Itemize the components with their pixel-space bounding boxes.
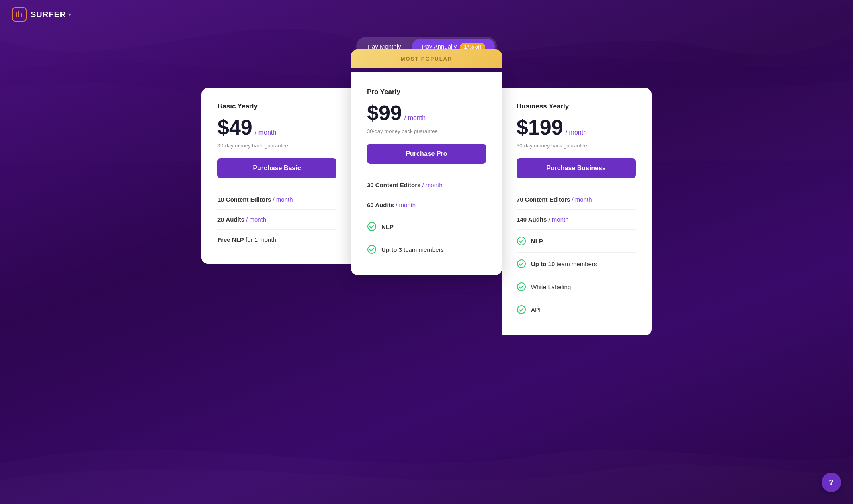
pro-team-feature: Up to 3 team members bbox=[367, 238, 486, 261]
svg-point-4 bbox=[368, 245, 376, 253]
basic-nlp-feature: Free NLP for 1 month bbox=[217, 229, 336, 249]
business-nlp-text: NLP bbox=[531, 238, 543, 245]
svg-rect-2 bbox=[21, 13, 22, 17]
business-whitelabel-text: White Labeling bbox=[531, 284, 571, 290]
basic-plan-name: Basic Yearly bbox=[217, 102, 336, 110]
business-nlp-feature: NLP bbox=[517, 229, 636, 252]
business-team-check-icon bbox=[517, 259, 526, 269]
business-nlp-check-icon bbox=[517, 236, 526, 246]
svg-point-7 bbox=[517, 283, 525, 291]
basic-price: $49 bbox=[217, 115, 252, 139]
basic-guarantee: 30-day money back guarantee bbox=[217, 143, 336, 149]
pro-team-text: Up to 3 team members bbox=[381, 246, 444, 253]
basic-editors-count: 10 Content Editors bbox=[217, 196, 271, 203]
pro-banner: MOST POPULAR bbox=[351, 49, 502, 68]
business-api-text: API bbox=[531, 306, 541, 313]
business-whitelabel-check-icon bbox=[517, 282, 526, 292]
pro-plan-card: MOST POPULAR Pro Yearly $99 / month 30-d… bbox=[351, 72, 502, 275]
basic-nlp-free: Free NLP bbox=[217, 236, 244, 243]
header-chevron-icon: ▾ bbox=[68, 11, 71, 18]
business-price: $199 bbox=[517, 115, 563, 139]
annually-label: Pay Annually bbox=[422, 43, 457, 50]
basic-editors-feature: 10 Content Editors / month bbox=[217, 190, 336, 209]
pro-team-check-icon bbox=[367, 245, 377, 254]
svg-point-6 bbox=[517, 260, 525, 268]
business-team-feature: Up to 10 team members bbox=[517, 252, 636, 275]
purchase-business-button[interactable]: Purchase Business bbox=[517, 158, 636, 178]
pro-price: $99 bbox=[367, 101, 402, 125]
business-api-check-icon bbox=[517, 305, 526, 314]
pro-price-row: $99 / month bbox=[367, 101, 486, 125]
pro-nlp-text: NLP bbox=[381, 223, 394, 230]
pro-audits-feature: 60 Audits / month bbox=[367, 195, 486, 215]
purchase-pro-button[interactable]: Purchase Pro bbox=[367, 144, 486, 164]
header: SURFER ▾ bbox=[0, 0, 853, 29]
pro-features-list: 30 Content Editors / month 60 Audits / m… bbox=[367, 175, 486, 261]
business-team-text: Up to 10 team members bbox=[531, 261, 597, 267]
purchase-basic-button[interactable]: Purchase Basic bbox=[217, 158, 336, 178]
business-whitelabel-feature: White Labeling bbox=[517, 275, 636, 298]
pro-price-per: / month bbox=[404, 114, 426, 122]
basic-features-list: 10 Content Editors / month 20 Audits / m… bbox=[217, 190, 336, 249]
business-plan-card: Business Yearly $199 / month 30-day mone… bbox=[502, 88, 652, 335]
pro-guarantee: 30-day money back guarantee bbox=[367, 128, 486, 134]
svg-rect-0 bbox=[16, 12, 17, 17]
pro-banner-text: MOST POPULAR bbox=[401, 56, 453, 62]
svg-point-5 bbox=[517, 237, 525, 245]
app-name: SURFER bbox=[31, 10, 66, 19]
business-price-row: $199 / month bbox=[517, 115, 636, 139]
business-features-list: 70 Content Editors / month 140 Audits / … bbox=[517, 190, 636, 321]
business-guarantee: 30-day money back guarantee bbox=[517, 143, 636, 149]
basic-price-row: $49 / month bbox=[217, 115, 336, 139]
plans-container: Basic Yearly $49 / month 30-day money ba… bbox=[185, 72, 668, 335]
pro-audits-text: 60 Audits / month bbox=[367, 202, 416, 208]
svg-rect-1 bbox=[18, 11, 19, 17]
business-price-per: / month bbox=[566, 129, 587, 136]
business-audits-feature: 140 Audits / month bbox=[517, 209, 636, 229]
business-plan-name: Business Yearly bbox=[517, 102, 636, 110]
basic-plan-card: Basic Yearly $49 / month 30-day money ba… bbox=[201, 88, 351, 264]
business-audits-text: 140 Audits / month bbox=[517, 216, 569, 223]
logo-icon bbox=[12, 7, 27, 22]
logo[interactable]: SURFER bbox=[12, 7, 66, 22]
surfer-logo-icon bbox=[15, 10, 24, 19]
svg-point-3 bbox=[368, 222, 376, 231]
help-icon: ? bbox=[829, 478, 834, 487]
pro-editors-feature: 30 Content Editors / month bbox=[367, 175, 486, 195]
help-button[interactable]: ? bbox=[822, 473, 841, 492]
pro-audits-count: 60 Audits bbox=[367, 202, 394, 208]
basic-audits-feature: 20 Audits / month bbox=[217, 209, 336, 229]
basic-editors-text: 10 Content Editors / month bbox=[217, 196, 293, 203]
pro-nlp-check-icon bbox=[367, 222, 377, 231]
pro-plan-name: Pro Yearly bbox=[367, 88, 486, 96]
basic-audits-count: 20 Audits bbox=[217, 216, 244, 223]
svg-point-8 bbox=[517, 306, 525, 314]
basic-audits-text: 20 Audits / month bbox=[217, 216, 266, 223]
business-audits-count: 140 Audits bbox=[517, 216, 547, 223]
pro-nlp-feature: NLP bbox=[367, 215, 486, 238]
pro-editors-count: 30 Content Editors bbox=[367, 182, 420, 188]
business-api-feature: API bbox=[517, 298, 636, 321]
basic-nlp-text: Free NLP for 1 month bbox=[217, 236, 276, 243]
business-editors-feature: 70 Content Editors / month bbox=[517, 190, 636, 209]
pro-editors-text: 30 Content Editors / month bbox=[367, 182, 443, 188]
basic-price-per: / month bbox=[255, 129, 276, 136]
business-editors-count: 70 Content Editors bbox=[517, 196, 570, 203]
business-editors-text: 70 Content Editors / month bbox=[517, 196, 592, 203]
